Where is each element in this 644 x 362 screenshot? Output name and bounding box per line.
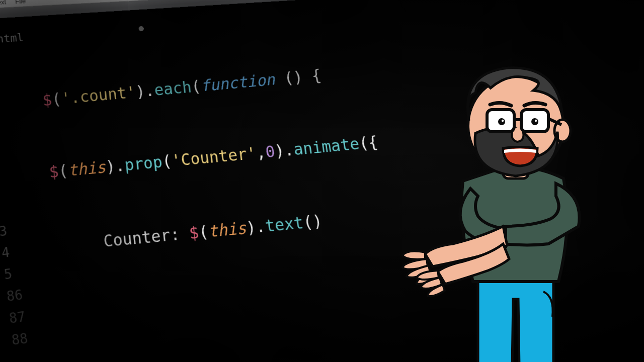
code-line: }, { — [69, 329, 644, 362]
line-number: 3 — [0, 219, 16, 242]
code-line: Counter: $(this).text() — [55, 179, 635, 258]
line-number: 86 — [6, 284, 24, 308]
menubar-app-name: ne Text — [0, 0, 7, 7]
code-line — [62, 253, 644, 334]
tab-dirty-indicator — [139, 26, 144, 32]
line-number: 4 — [1, 241, 19, 264]
line-number: 87 — [8, 306, 27, 329]
line-number: 88 — [11, 328, 29, 352]
code-line: $(this).prop('Counter',0).animate({ — [48, 108, 621, 184]
menubar-file[interactable]: File — [15, 0, 26, 5]
screenshot-stage: ne Text File e.html 3 4 5 86 87 88 $('.c… — [0, 0, 644, 362]
code-line: $('.count').each(function () { — [41, 38, 607, 113]
line-number-gutter: 3 4 5 86 87 88 — [0, 219, 29, 351]
tab-filename[interactable]: e.html — [0, 31, 24, 46]
line-number: 5 — [3, 262, 21, 286]
code-editor-content[interactable]: $('.count').each(function () { $(this).p… — [37, 0, 644, 362]
